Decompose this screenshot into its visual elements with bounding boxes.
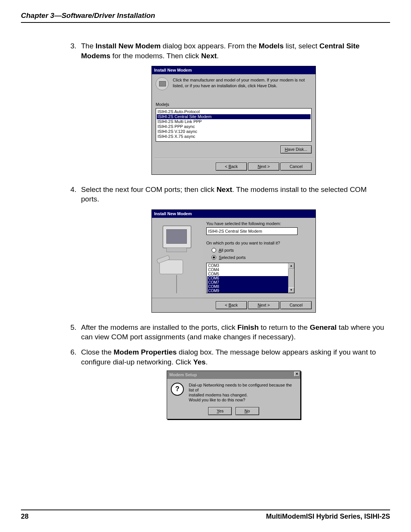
modem-setup-dialog: Modem Setup ✕ ? Dial-up Networking needs… [167,371,301,419]
install-new-modem-dialog-1: Install New Modem Click the manufacturer… [151,66,316,174]
have-disk-button[interactable]: Have Disk... [280,145,312,153]
model-item-selected[interactable]: ISIHI-2S Central Site Modem [157,114,311,119]
dialog-intro-text: Click the manufacturer and model of your… [173,77,310,89]
close-button[interactable]: ✕ [294,372,299,376]
step-number: 5. [70,323,76,332]
radio-icon [212,248,216,252]
dialog-message: Dial-up Networking needs to be configure… [189,383,295,403]
chapter-header: Chapter 3—Software/Driver Installation [21,11,390,23]
next-button[interactable]: Next > [248,301,279,309]
models-label: Models [156,102,312,107]
model-item[interactable]: ISIHI-2S PPP async [157,124,311,129]
model-item[interactable]: ISIHI-2S X.75 async [157,134,311,139]
step-number: 6. [70,347,76,357]
scrollbar[interactable]: ▴ ▾ [288,263,294,293]
no-button[interactable]: No [236,407,259,415]
document-title: MultiModemISI Hybrid Series, ISIHI-2S [266,513,390,521]
step-number: 4. [70,185,76,195]
port-item-selected[interactable]: COM7 [207,280,294,284]
wizard-illustration [152,218,203,298]
dialog-title: Install New Modem [152,66,315,74]
step-5: 5. After the modems are installed to the… [70,323,386,342]
model-item[interactable]: ISIHI-2S Auto-Protocol [157,109,311,114]
step-number: 3. [70,41,76,51]
port-item-selected[interactable]: COM9 [207,289,294,293]
models-listbox[interactable]: ISIHI-2S Auto-Protocol ISIHI-2S Central … [156,108,312,142]
step-3: 3. The Install New Modem dialog box appe… [70,41,386,175]
back-button[interactable]: < Back [216,163,247,171]
step-6: 6. Close the Modem Properties dialog box… [70,347,386,419]
port-item[interactable]: COM4 [207,268,294,272]
page-footer: 28 MultiModemISI Hybrid Series, ISIHI-2S [21,510,390,521]
divider [154,158,313,159]
selected-modem-label: You have selected the following modem: [206,221,309,227]
question-icon: ? [171,383,184,396]
selected-modem-value: ISIHI-2S Central Site Modem [206,227,298,235]
next-button[interactable]: Next > [248,163,279,171]
yes-button[interactable]: Yes [208,407,232,415]
scroll-up-button[interactable]: ▴ [288,263,294,268]
radio-all-ports[interactable]: All ports [212,248,309,253]
modem-icon [156,77,169,90]
back-button[interactable]: < Back [216,301,247,309]
radio-icon [212,255,216,260]
port-item-selected[interactable]: COM8 [207,284,294,289]
dialog-title: Install New Modem [152,210,315,218]
cancel-button[interactable]: Cancel [280,163,312,171]
step-4: 4. Select the next four COM ports; then … [70,185,386,313]
chapter-title: Chapter 3—Software/Driver Installation [21,11,155,19]
model-item[interactable]: ISIHI-2S Multi Link PPP [157,119,311,124]
port-item-selected[interactable]: COM6 [207,276,294,280]
ports-listbox[interactable]: COM3 COM4 COM5 COM6 COM7 COM8 COM9 [206,263,295,293]
install-new-modem-dialog-2: Install New Modem You have selected the … [151,209,316,313]
cancel-button[interactable]: Cancel [280,301,312,309]
port-item[interactable]: COM3 [207,264,294,268]
ports-question: On which ports do you want to install it… [206,240,309,246]
port-item[interactable]: COM5 [207,272,294,276]
phone-icon [159,260,183,274]
page-number: 28 [21,513,29,521]
monitor-icon [162,225,191,248]
pole-icon [176,275,177,293]
scroll-down-button[interactable]: ▾ [288,288,294,293]
dialog-title: Modem Setup ✕ [167,371,300,379]
model-item[interactable]: ISIHI-2S V.120 async [157,129,311,134]
radio-selected-ports[interactable]: Selected ports [212,255,309,260]
